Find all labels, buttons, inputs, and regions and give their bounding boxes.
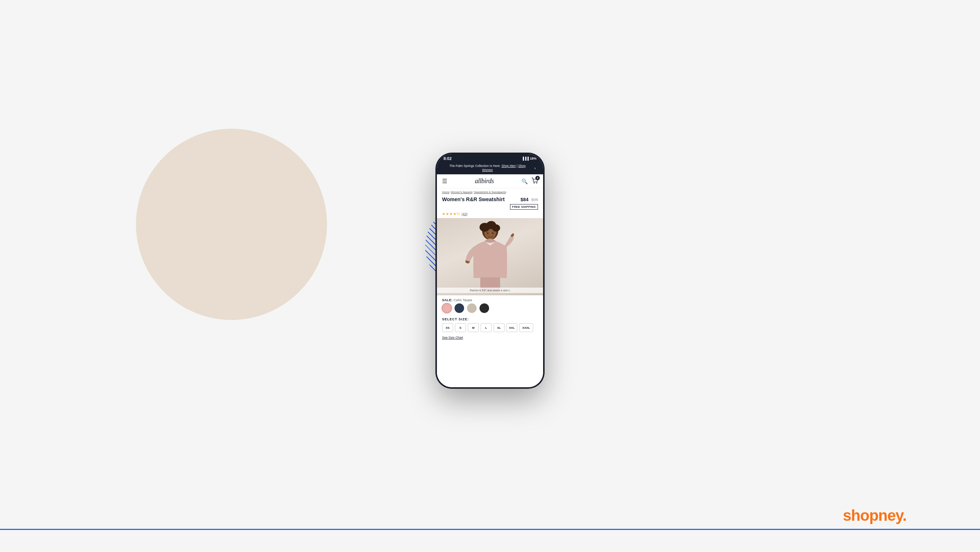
product-image-bg: [437, 218, 543, 295]
breadcrumb: Home / Women's Apparel / Sweatshirts & S…: [437, 188, 543, 195]
status-time: 8:02: [444, 156, 452, 161]
color-swatch-navy[interactable]: [455, 303, 464, 313]
color-name: Calm Taupe: [453, 298, 472, 302]
color-swatch-calm-taupe[interactable]: [442, 303, 452, 313]
size-xl[interactable]: XL: [493, 323, 504, 332]
size-s[interactable]: S: [455, 323, 466, 332]
menu-icon[interactable]: ☰: [442, 178, 447, 185]
breadcrumb-sweatshirts[interactable]: Sweatshirts & Sweatpants: [474, 190, 506, 194]
header: ☰ allbirds 🔍 2: [437, 174, 543, 188]
announcement-bar[interactable]: The Palm Springs Collection Is Here. Sho…: [437, 162, 543, 175]
star-4: ★: [453, 212, 457, 216]
star-2: ★: [446, 212, 449, 216]
shopney-logo-text: shopney.: [843, 507, 907, 524]
header-icons: 🔍 2: [522, 178, 538, 185]
signal-icon: ▐▐▐: [522, 157, 529, 160]
svg-point-11: [492, 232, 494, 234]
shopney-logo: shopney.: [843, 507, 907, 525]
brand-logo[interactable]: allbirds: [475, 177, 493, 185]
svg-point-0: [534, 183, 534, 183]
shop-men-link[interactable]: Shop Men: [501, 164, 516, 168]
bg-decorative-circle: [136, 129, 327, 320]
cart-count: 2: [535, 176, 540, 180]
size-m[interactable]: M: [468, 323, 479, 332]
image-caption: Rachel is 5'8" and wears a size L: [437, 287, 543, 293]
svg-point-1: [536, 183, 537, 183]
status-icons: ▐▐▐ 18%: [522, 157, 536, 160]
model-svg: [463, 219, 518, 295]
price-row: $84 $98: [510, 196, 538, 203]
product-price-block: $84 $98 FREE SHIPPING: [510, 196, 538, 210]
announcement-next-button[interactable]: ›: [534, 166, 536, 170]
size-xs[interactable]: XS: [442, 323, 453, 332]
star-1: ★: [442, 212, 445, 216]
search-icon[interactable]: 🔍: [522, 179, 528, 184]
star-half: ½: [457, 212, 460, 216]
star-3: ★: [449, 212, 453, 216]
status-bar: 8:02 ▐▐▐ 18%: [437, 154, 543, 162]
product-image-container: Rachel is 5'8" and wears a size L: [437, 218, 543, 295]
breadcrumb-womens-apparel[interactable]: Women's Apparel: [451, 190, 472, 194]
svg-point-10: [487, 232, 489, 234]
review-count[interactable]: (43): [461, 212, 468, 216]
size-xxxl[interactable]: XXXL: [519, 323, 533, 332]
phone-mockup: 8:02 ▐▐▐ 18% The Palm Springs Collection…: [436, 153, 544, 388]
price-sale: $84: [520, 197, 528, 202]
color-swatch-charcoal[interactable]: [479, 303, 489, 313]
battery-icon: 18%: [530, 157, 536, 160]
breadcrumb-home[interactable]: Home: [442, 190, 449, 194]
size-xxl[interactable]: XXL: [506, 323, 517, 332]
rating-row: ★ ★ ★ ★ ½ (43): [437, 212, 543, 218]
price-original: $98: [531, 198, 538, 202]
color-swatch-sand[interactable]: [467, 303, 477, 313]
free-shipping-badge: FREE SHIPPING: [510, 204, 538, 210]
cart-icon[interactable]: 2: [531, 178, 538, 185]
product-page-content: Home / Women's Apparel / Sweatshirts & S…: [437, 188, 543, 387]
bottom-line: [0, 529, 980, 530]
phone-screen: 8:02 ▐▐▐ 18% The Palm Springs Collection…: [437, 154, 543, 387]
color-section-label: SALE: Calm Taupe: [437, 295, 543, 303]
announcement-text: The Palm Springs Collection Is Here. Sho…: [444, 164, 531, 173]
size-label: SELECT SIZE:: [437, 316, 543, 323]
product-header: Women's R&R Sweatshirt $84 $98 FREE SHIP…: [437, 195, 543, 212]
size-chart-link[interactable]: See Size Chart: [437, 335, 543, 343]
size-grid: XS S M L XL XXL XXXL: [437, 323, 543, 335]
size-l[interactable]: L: [480, 323, 492, 332]
svg-point-6: [492, 224, 500, 232]
color-swatches: [437, 303, 543, 316]
product-name: Women's R&R Sweatshirt: [442, 196, 510, 203]
phone-frame: 8:02 ▐▐▐ 18% The Palm Springs Collection…: [436, 153, 544, 388]
star-rating: ★ ★ ★ ★ ½: [442, 212, 460, 216]
